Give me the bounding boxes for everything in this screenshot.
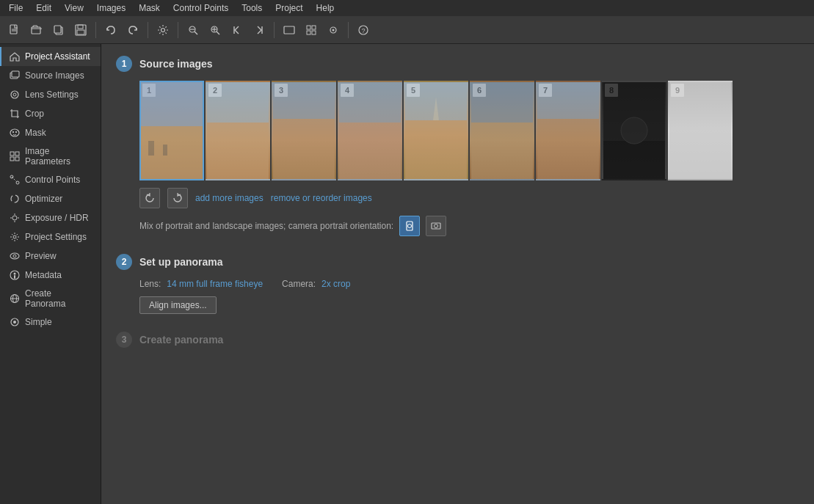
menu-control-points[interactable]: Control Points bbox=[167, 1, 234, 15]
landscape-orient-button[interactable] bbox=[426, 216, 446, 236]
sidebar-item-metadata[interactable]: Metadata bbox=[0, 266, 101, 285]
step-2-header: 2 Set up panorama bbox=[116, 254, 799, 270]
sidebar-item-crop[interactable]: Crop bbox=[0, 104, 101, 123]
save-button[interactable] bbox=[70, 20, 91, 40]
rotate-ccw-button[interactable] bbox=[139, 188, 160, 208]
settings-button[interactable] bbox=[153, 20, 173, 40]
sidebar-item-control-points[interactable]: Control Points bbox=[0, 170, 101, 189]
svg-text:?: ? bbox=[362, 27, 366, 34]
svg-point-42 bbox=[11, 195, 18, 202]
sep1 bbox=[95, 22, 96, 38]
svg-rect-68 bbox=[339, 123, 401, 179]
lens-value[interactable]: 14 mm full frame fisheye bbox=[167, 279, 263, 289]
search-prev-button[interactable] bbox=[183, 20, 203, 40]
svg-point-30 bbox=[11, 91, 18, 98]
menu-edit[interactable]: Edit bbox=[30, 1, 57, 15]
add-more-images-button[interactable]: add more images bbox=[195, 193, 264, 203]
image-thumb-8[interactable]: 8 bbox=[602, 81, 666, 180]
image-thumb-2[interactable]: 2 bbox=[206, 81, 270, 180]
sidebar-item-lens-settings[interactable]: Lens Settings bbox=[0, 85, 101, 104]
mask-icon bbox=[9, 127, 21, 139]
image-thumb-6[interactable]: 6 bbox=[470, 81, 534, 180]
svg-point-9 bbox=[161, 28, 165, 32]
svg-point-84 bbox=[435, 224, 438, 228]
menu-tools[interactable]: Tools bbox=[236, 1, 268, 15]
rotate-cw-button[interactable] bbox=[167, 188, 188, 208]
sidebar-label: Image Parameters bbox=[25, 146, 93, 167]
lens-camera-row: Lens: 14 mm full frame fisheye Camera: 2… bbox=[139, 279, 799, 289]
svg-rect-75 bbox=[537, 119, 599, 179]
image-thumb-7[interactable]: 7 bbox=[536, 81, 600, 180]
sidebar-label: Project Settings bbox=[25, 232, 87, 242]
copy-button[interactable] bbox=[48, 20, 69, 40]
image-thumb-5[interactable]: 5 bbox=[404, 81, 468, 180]
svg-point-82 bbox=[408, 224, 412, 228]
svg-rect-52 bbox=[14, 275, 15, 279]
svg-line-11 bbox=[195, 32, 197, 34]
sidebar-item-simple[interactable]: Simple bbox=[0, 313, 101, 332]
svg-rect-29 bbox=[12, 71, 19, 77]
image-thumb-4[interactable]: 4 bbox=[338, 81, 402, 180]
sidebar-item-image-parameters[interactable]: Image Parameters bbox=[0, 142, 101, 170]
open-button[interactable] bbox=[26, 20, 47, 40]
help-button[interactable]: ? bbox=[353, 20, 374, 40]
camera-value[interactable]: 2x crop bbox=[321, 279, 350, 289]
preview-icon bbox=[9, 250, 21, 262]
sidebar-item-source-images[interactable]: Source Images bbox=[0, 66, 101, 85]
skip-prev-button[interactable] bbox=[227, 20, 247, 40]
sidebar-item-preview[interactable]: Preview bbox=[0, 246, 101, 266]
svg-rect-22 bbox=[307, 31, 310, 34]
svg-rect-72 bbox=[471, 82, 533, 123]
sidebar-label: Project Assistant bbox=[25, 51, 90, 62]
sidebar-item-project-settings[interactable]: Project Settings bbox=[0, 227, 101, 246]
svg-point-78 bbox=[621, 117, 647, 144]
step-3-section: 3 Create panorama bbox=[116, 332, 799, 348]
sidebar-item-optimizer[interactable]: Optimizer bbox=[0, 189, 101, 208]
svg-rect-67 bbox=[339, 82, 401, 123]
sidebar-item-exposure-hdr[interactable]: Exposure / HDR bbox=[0, 208, 101, 227]
undo-button[interactable] bbox=[101, 20, 121, 40]
menu-images[interactable]: Images bbox=[91, 1, 131, 15]
skip-next-button[interactable] bbox=[249, 20, 269, 40]
svg-rect-23 bbox=[312, 31, 316, 34]
menu-project[interactable]: Project bbox=[269, 1, 308, 15]
sep2 bbox=[148, 22, 148, 38]
step-3-header: 3 Create panorama bbox=[116, 332, 799, 348]
image-thumb-1[interactable]: 1 bbox=[139, 81, 204, 180]
menu-file[interactable]: File bbox=[3, 1, 29, 15]
cp-icon bbox=[9, 174, 21, 186]
sidebar-label: Control Points bbox=[25, 175, 80, 185]
lens-icon bbox=[9, 89, 21, 101]
toolbar: ? bbox=[0, 16, 814, 44]
orientation-row: Mix of portrait and landscape images; ca… bbox=[139, 216, 799, 236]
redo-button[interactable] bbox=[123, 20, 143, 40]
menu-view[interactable]: View bbox=[59, 1, 90, 15]
sidebar-item-mask[interactable]: Mask bbox=[0, 123, 101, 142]
menu-mask[interactable]: Mask bbox=[133, 1, 166, 15]
portrait-orient-button[interactable] bbox=[399, 216, 420, 236]
orientation-label: Mix of portrait and landscape images; ca… bbox=[139, 221, 393, 231]
optimizer-icon bbox=[9, 193, 21, 205]
image-thumb-9[interactable]: 9 bbox=[668, 81, 733, 180]
svg-point-48 bbox=[13, 235, 16, 238]
point-button[interactable] bbox=[323, 20, 344, 40]
sidebar-label: Preview bbox=[25, 251, 57, 261]
svg-line-41 bbox=[12, 177, 18, 183]
sidebar-item-create-panorama[interactable]: Create Panorama bbox=[0, 285, 101, 313]
new-button[interactable] bbox=[4, 20, 25, 40]
svg-point-49 bbox=[10, 253, 19, 259]
svg-rect-35 bbox=[10, 152, 14, 156]
svg-point-58 bbox=[13, 321, 16, 324]
sidebar-item-project-assistant[interactable]: Project Assistant bbox=[0, 47, 101, 66]
search-next-button[interactable] bbox=[205, 20, 225, 40]
step-2-badge: 2 bbox=[116, 254, 132, 270]
menu-help[interactable]: Help bbox=[310, 1, 341, 15]
panorama-button[interactable] bbox=[279, 20, 299, 40]
remove-reorder-button[interactable]: remove or reorder images bbox=[271, 193, 372, 203]
sidebar: Project Assistant Source Images Lens Set… bbox=[0, 44, 101, 504]
image-thumb-3[interactable]: 3 bbox=[272, 81, 336, 180]
camera-label: Camera: bbox=[282, 279, 316, 289]
align-images-button[interactable]: Align images... bbox=[139, 296, 217, 314]
svg-rect-21 bbox=[312, 26, 316, 29]
grid-button[interactable] bbox=[301, 20, 321, 40]
